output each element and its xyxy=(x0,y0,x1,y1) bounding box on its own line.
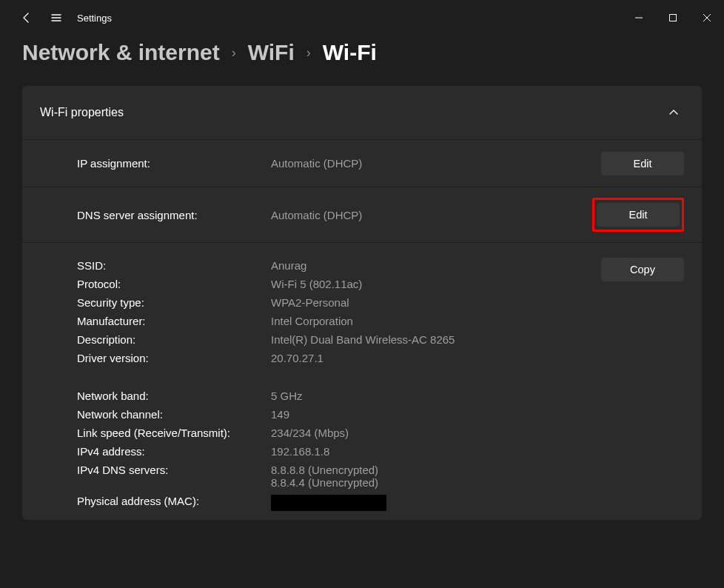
menu-button[interactable] xyxy=(41,12,71,24)
detail-link-speed: Link speed (Receive/Transmit): 234/234 (… xyxy=(77,424,601,442)
highlight-annotation: Edit xyxy=(592,198,684,232)
detail-ssid: SSID: Anurag xyxy=(77,256,601,275)
titlebar: Settings xyxy=(0,0,724,36)
value-dns-assignment: Automatic (DHCP) xyxy=(271,209,592,221)
window-controls xyxy=(622,0,724,36)
detail-val: Intel Corporation xyxy=(271,315,601,327)
back-button[interactable] xyxy=(12,12,41,24)
detail-val: Intel(R) Dual Band Wireless-AC 8265 xyxy=(271,333,601,346)
copy-button[interactable]: Copy xyxy=(601,258,684,281)
detail-val: 192.168.1.8 xyxy=(271,445,601,458)
panel-header[interactable]: Wi-Fi properties xyxy=(22,86,702,140)
window-title: Settings xyxy=(77,13,112,24)
detail-protocol: Protocol: Wi-Fi 5 (802.11ac) xyxy=(77,275,601,293)
chevron-right-icon: › xyxy=(232,45,236,61)
svg-rect-0 xyxy=(670,15,677,21)
detail-key: IPv4 DNS servers: xyxy=(77,464,271,489)
details-lines: SSID: Anurag Protocol: Wi-Fi 5 (802.11ac… xyxy=(77,256,601,514)
detail-val: 5 GHz xyxy=(271,390,601,402)
detail-network-channel: Network channel: 149 xyxy=(77,405,601,424)
details-block: SSID: Anurag Protocol: Wi-Fi 5 (802.11ac… xyxy=(22,243,702,520)
detail-val: 8.8.8.8 (Unencrypted) 8.8.4.4 (Unencrypt… xyxy=(271,464,601,489)
detail-key: Security type: xyxy=(77,296,271,309)
wifi-properties-panel: Wi-Fi properties IP assignment: Automati… xyxy=(22,86,702,520)
detail-security-type: Security type: WPA2-Personal xyxy=(77,293,601,312)
detail-key: Link speed (Receive/Transmit): xyxy=(77,427,271,439)
detail-key: Manufacturer: xyxy=(77,315,271,327)
maximize-button[interactable] xyxy=(656,0,690,36)
breadcrumb-item-network[interactable]: Network & internet xyxy=(22,40,220,65)
breadcrumb-item-wifi[interactable]: WiFi xyxy=(248,40,295,65)
detail-ipv4-dns: IPv4 DNS servers: 8.8.8.8 (Unencrypted) … xyxy=(77,461,601,492)
detail-ipv4-address: IPv4 address: 192.168.1.8 xyxy=(77,442,601,461)
detail-key: IPv4 address: xyxy=(77,445,271,458)
detail-description: Description: Intel(R) Dual Band Wireless… xyxy=(77,330,601,349)
spacer xyxy=(77,367,601,387)
value-ip-assignment: Automatic (DHCP) xyxy=(271,157,601,170)
row-ip-assignment: IP assignment: Automatic (DHCP) Edit xyxy=(22,140,702,187)
dns-line-2: 8.8.4.4 (Unencrypted) xyxy=(271,476,601,489)
detail-val: 20.70.27.1 xyxy=(271,352,601,364)
detail-val: Anurag xyxy=(271,259,601,272)
label-dns-assignment: DNS server assignment: xyxy=(77,209,271,221)
breadcrumb: Network & internet › WiFi › Wi-Fi xyxy=(22,40,702,65)
detail-key: Network channel: xyxy=(77,408,271,421)
row-dns-assignment: DNS server assignment: Automatic (DHCP) … xyxy=(22,187,702,243)
detail-mac-address: Physical address (MAC): xyxy=(77,492,601,514)
minimize-button[interactable] xyxy=(622,0,656,36)
detail-key: Description: xyxy=(77,333,271,346)
detail-val: 149 xyxy=(271,408,601,421)
detail-val xyxy=(271,495,601,511)
detail-val: WPA2-Personal xyxy=(271,296,601,309)
detail-key: SSID: xyxy=(77,259,271,272)
breadcrumb-current: Wi-Fi xyxy=(323,40,377,65)
detail-val: Wi-Fi 5 (802.11ac) xyxy=(271,278,601,290)
detail-key: Protocol: xyxy=(77,278,271,290)
mac-redacted xyxy=(271,495,386,511)
detail-manufacturer: Manufacturer: Intel Corporation xyxy=(77,312,601,330)
detail-network-band: Network band: 5 GHz xyxy=(77,387,601,405)
chevron-right-icon: › xyxy=(306,45,311,61)
panel-title: Wi-Fi properties xyxy=(40,106,124,119)
detail-driver-version: Driver version: 20.70.27.1 xyxy=(77,349,601,367)
detail-key: Physical address (MAC): xyxy=(77,495,271,511)
edit-dns-assignment-button[interactable]: Edit xyxy=(597,203,680,227)
detail-key: Driver version: xyxy=(77,352,271,364)
chevron-up-icon xyxy=(663,102,684,123)
detail-key: Network band: xyxy=(77,390,271,402)
label-ip-assignment: IP assignment: xyxy=(77,157,271,170)
detail-val: 234/234 (Mbps) xyxy=(271,427,601,439)
page-header: Network & internet › WiFi › Wi-Fi xyxy=(0,36,724,86)
close-button[interactable] xyxy=(690,0,724,36)
edit-ip-assignment-button[interactable]: Edit xyxy=(601,152,684,176)
dns-line-1: 8.8.8.8 (Unencrypted) xyxy=(271,464,601,476)
